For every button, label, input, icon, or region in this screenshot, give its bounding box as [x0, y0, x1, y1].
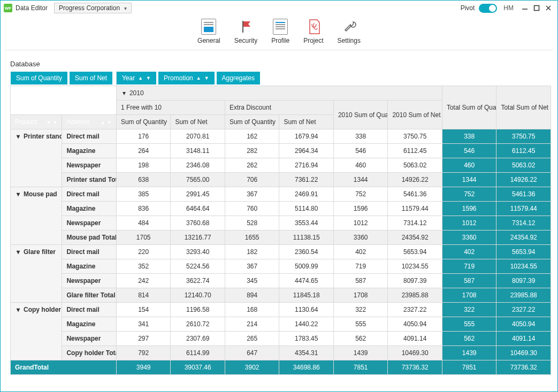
cell[interactable]: 836	[116, 202, 171, 216]
advert-label[interactable]: Magazine	[62, 317, 117, 332]
cell[interactable]: 752	[333, 187, 388, 202]
cell[interactable]: 6114.99	[171, 346, 225, 360]
cell[interactable]: 265	[225, 332, 279, 346]
col-sum-net-2[interactable]: Sum of Net	[279, 115, 334, 129]
cell[interactable]: 3148.11	[171, 144, 225, 158]
cell[interactable]: 1012	[333, 216, 388, 230]
ribbon-settings[interactable]: Settings	[338, 19, 361, 44]
group-header[interactable]: ▾Glare filter	[11, 245, 62, 303]
col-total-sum-qua[interactable]: Total Sum of Qua	[442, 86, 496, 129]
cell[interactable]: 3760.68	[171, 216, 225, 230]
cell[interactable]: 484	[116, 216, 171, 230]
cell[interactable]: 242	[116, 274, 171, 288]
cell[interactable]: 5063.02	[496, 158, 551, 173]
cell[interactable]: 10469.30	[388, 346, 442, 360]
cell[interactable]: 4091.14	[496, 332, 551, 346]
cell[interactable]: 11138.15	[279, 230, 334, 245]
cell[interactable]: 402	[442, 245, 496, 259]
cell[interactable]: 2346.08	[171, 158, 225, 173]
cell[interactable]: 338	[442, 129, 496, 144]
group-header[interactable]: ▾Mouse pad	[11, 187, 62, 245]
cell[interactable]: 3553.44	[279, 216, 334, 230]
cell[interactable]: 3902	[225, 360, 279, 375]
cell[interactable]: 1439	[442, 346, 496, 360]
cell[interactable]: 11579.44	[496, 202, 551, 216]
cell[interactable]: 894	[225, 288, 279, 303]
ribbon-security[interactable]: Security	[234, 19, 257, 44]
cell[interactable]: 1596	[442, 202, 496, 216]
cell[interactable]: 5224.56	[171, 259, 225, 274]
cell[interactable]: 792	[116, 346, 171, 360]
pivot-toggle[interactable]	[479, 4, 497, 13]
cell[interactable]: 8097.39	[496, 274, 551, 288]
cell[interactable]: 6112.45	[388, 144, 442, 158]
chip-year[interactable]: Year▲▼	[117, 72, 156, 84]
minimize-button[interactable]	[519, 2, 531, 14]
cell[interactable]: 4354.31	[279, 346, 334, 360]
cell[interactable]: 719	[442, 259, 496, 274]
cell[interactable]: 1130.64	[279, 303, 334, 317]
col-sum-net-1[interactable]: Sum of Net	[171, 115, 225, 129]
cell[interactable]: 1679.94	[279, 129, 334, 144]
cell[interactable]: 8097.39	[388, 274, 442, 288]
close-button[interactable]	[542, 2, 554, 14]
cell[interactable]: 2610.72	[171, 317, 225, 332]
collapse-icon[interactable]: ▾	[15, 190, 21, 198]
cell[interactable]: 460	[333, 158, 388, 173]
cell[interactable]: 546	[442, 144, 496, 158]
cell[interactable]: 10234.55	[496, 259, 551, 274]
cell[interactable]: 322	[442, 303, 496, 317]
cell[interactable]: 322	[333, 303, 388, 317]
chip-aggregates[interactable]: Aggregates	[217, 72, 260, 84]
cell[interactable]: 3293.40	[171, 245, 225, 259]
cell[interactable]: 345	[225, 274, 279, 288]
collapse-icon[interactable]: ▾	[15, 248, 21, 256]
cell[interactable]: 162	[225, 129, 279, 144]
cell[interactable]: 12140.70	[171, 288, 225, 303]
cell[interactable]: 7314.12	[388, 216, 442, 230]
cell[interactable]: 5063.02	[388, 158, 442, 173]
group-header[interactable]: ▾Copy holder	[11, 303, 62, 360]
cell[interactable]: 220	[116, 245, 171, 259]
cell[interactable]: 4050.94	[388, 317, 442, 332]
cell[interactable]: 34698.86	[279, 360, 334, 375]
collapse-icon[interactable]: ▾	[15, 306, 21, 313]
cell[interactable]: 555	[442, 317, 496, 332]
subtotal-label[interactable]: Glare filter Total	[62, 288, 117, 303]
cell[interactable]: 587	[442, 274, 496, 288]
cell[interactable]: 7851	[442, 360, 496, 375]
advert-label[interactable]: Newspaper	[62, 158, 117, 173]
cell[interactable]: 367	[225, 259, 279, 274]
collapse-year-icon[interactable]: ▾	[121, 89, 127, 97]
cell[interactable]: 2469.91	[279, 187, 334, 202]
user-initials[interactable]: HM	[503, 4, 514, 12]
cell[interactable]: 73736.32	[496, 360, 551, 375]
advert-label[interactable]: Magazine	[62, 202, 117, 216]
col-year-sum-net[interactable]: 2010 Sum of Net	[388, 101, 442, 129]
col-total-sum-net[interactable]: Total Sum of Net	[496, 86, 551, 129]
cell[interactable]: 5461.36	[388, 187, 442, 202]
group-header[interactable]: ▾Printer stand	[11, 129, 62, 187]
cell[interactable]: 1655	[225, 230, 279, 245]
cell[interactable]: 1705	[116, 230, 171, 245]
advert-label[interactable]: Direct mail	[62, 129, 117, 144]
cell[interactable]: 814	[116, 288, 171, 303]
cell[interactable]: 198	[116, 158, 171, 173]
cell[interactable]: 24354.92	[388, 230, 442, 245]
cell[interactable]: 6464.64	[171, 202, 225, 216]
cell[interactable]: 1708	[442, 288, 496, 303]
cell[interactable]: 5461.36	[496, 187, 551, 202]
cell[interactable]: 5114.80	[279, 202, 334, 216]
subtotal-label[interactable]: Printer stand Total	[62, 173, 117, 187]
cell[interactable]: 1196.58	[171, 303, 225, 317]
col-sum-qty-1[interactable]: Sum of Quantity	[116, 115, 171, 129]
cell[interactable]: 3360	[442, 230, 496, 245]
cell[interactable]: 7851	[333, 360, 388, 375]
cell[interactable]: 3622.74	[171, 274, 225, 288]
axis-advertis[interactable]: Advertis▲ ▼	[62, 115, 117, 129]
subtotal-label[interactable]: Mouse pad Total	[62, 230, 117, 245]
cell[interactable]: 367	[225, 187, 279, 202]
cell[interactable]: 460	[442, 158, 496, 173]
col-sum-qty-2[interactable]: Sum of Quantity	[225, 115, 279, 129]
advert-label[interactable]: Direct mail	[62, 245, 117, 259]
